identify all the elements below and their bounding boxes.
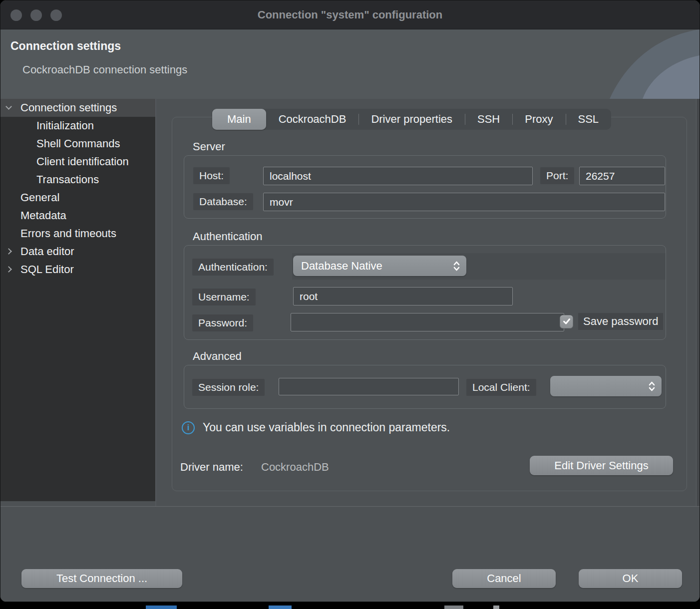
decorative-corner-art [595, 29, 700, 99]
tree-item-label: Initialization [36, 117, 94, 135]
host-input[interactable] [263, 167, 533, 185]
cancel-button[interactable]: Cancel [452, 569, 556, 588]
tree-item[interactable]: Errors and timeouts [0, 225, 155, 243]
info-row: i You can use variables in connection pa… [182, 421, 450, 434]
dialog-footer: Test Connection ... Cancel OK [0, 506, 700, 602]
test-connection-button[interactable]: Test Connection ... [21, 569, 182, 588]
session-role-input[interactable] [279, 378, 459, 395]
password-input[interactable] [291, 313, 564, 331]
tree-item-label: Data editor [20, 243, 74, 261]
tree-item[interactable]: Initialization [0, 117, 155, 135]
tree-item-label: SQL Editor [20, 261, 74, 279]
driver-name-value: CockroachDB [261, 461, 329, 474]
dock-sliver [269, 606, 292, 609]
authentication-dropdown-value: Database Native [301, 260, 382, 273]
tab-label: SSH [477, 113, 500, 126]
tab[interactable]: Driver properties [358, 109, 465, 130]
tree-chevron-icon[interactable] [5, 103, 12, 110]
local-client-dropdown[interactable] [550, 376, 662, 396]
tree-item[interactable]: General [0, 189, 155, 207]
tree-item-label: Connection settings [20, 99, 117, 117]
tree-item-label: General [20, 189, 59, 207]
port-label: Port: [540, 167, 574, 184]
connection-configuration-dialog: Connection "system" configuration Connec… [0, 0, 700, 602]
tree-item[interactable]: Data editor [0, 243, 155, 261]
server-group: Host: Port: Database: [184, 155, 666, 219]
password-label: Password: [192, 314, 253, 331]
connection-tabs: Main CockroachDB Driver properties SSH P… [212, 109, 611, 130]
database-input[interactable] [263, 193, 665, 211]
advanced-group-title: Advanced [193, 350, 242, 363]
tab[interactable]: Main [212, 109, 266, 130]
edit-driver-settings-button[interactable]: Edit Driver Settings [530, 456, 673, 475]
tree-item[interactable]: Shell Commands [0, 135, 155, 153]
check-icon [563, 318, 571, 325]
page-subtitle: CockroachDB connection settings [22, 63, 187, 76]
tree-item[interactable]: Transactions [0, 171, 155, 189]
session-role-label: Session role: [192, 379, 265, 396]
ok-button[interactable]: OK [579, 569, 682, 588]
tab-label: CockroachDB [279, 113, 347, 126]
local-client-label: Local Client: [466, 379, 536, 396]
database-label: Database: [193, 193, 253, 210]
updown-chevron-icon [648, 380, 656, 392]
tab[interactable]: CockroachDB [266, 109, 359, 130]
tab[interactable]: SSL [566, 109, 612, 130]
dock-sliver [444, 606, 463, 609]
server-group-title: Server [193, 140, 225, 153]
settings-tree: Connection settings Initialization Shell… [0, 99, 155, 501]
info-text: You can use variables in connection para… [203, 421, 450, 434]
username-label: Username: [192, 289, 256, 305]
tree-item-label: Shell Commands [36, 135, 120, 153]
page-title: Connection settings [10, 39, 121, 53]
window-title: Connection "system" configuration [0, 0, 700, 29]
tab-label: Main [227, 113, 251, 126]
authentication-group: Authentication: Database Native Username… [184, 245, 666, 340]
save-password-row: Save password [560, 313, 666, 330]
dock-sliver [493, 606, 499, 609]
port-input[interactable] [579, 167, 665, 185]
host-label: Host: [193, 167, 230, 184]
tree-item-label: Client identification [36, 153, 129, 171]
dialog-header: Connection settings CockroachDB connecti… [0, 29, 700, 99]
authentication-dropdown[interactable]: Database Native [293, 256, 466, 276]
content-edge [696, 99, 700, 506]
updown-chevron-icon [453, 260, 460, 272]
title-bar[interactable]: Connection "system" configuration [0, 0, 700, 29]
tab[interactable]: Proxy [512, 109, 565, 130]
tree-item-label: Transactions [36, 171, 99, 189]
info-icon: i [182, 421, 195, 434]
advanced-group: Session role: Local Client: [184, 365, 666, 409]
tab[interactable]: SSH [465, 109, 512, 130]
tree-item[interactable]: Client identification [0, 153, 155, 171]
tree-item-label: Errors and timeouts [20, 225, 116, 243]
tab-label: Driver properties [371, 113, 452, 126]
dialog-body: Connection settings Initialization Shell… [0, 99, 700, 506]
dock-sliver [146, 606, 177, 609]
authentication-group-title: Authentication [193, 230, 262, 243]
tree-item-label: Metadata [20, 207, 66, 225]
authentication-label: Authentication: [192, 259, 274, 276]
tree-chevron-icon[interactable] [5, 248, 12, 255]
tree-chevron-icon[interactable] [5, 266, 12, 273]
driver-name-label: Driver name: [180, 461, 243, 474]
tab-label: SSL [578, 113, 599, 126]
tab-label: Proxy [525, 113, 553, 126]
screen: Connection "system" configuration Connec… [0, 0, 700, 609]
tree-item[interactable]: Metadata [0, 207, 155, 225]
username-input[interactable] [293, 287, 513, 305]
save-password-label: Save password [578, 313, 663, 330]
settings-content: Main CockroachDB Driver properties SSH P… [155, 99, 700, 506]
save-password-checkbox[interactable] [560, 315, 573, 328]
tree-item[interactable]: Connection settings [0, 99, 155, 117]
tree-item[interactable]: SQL Editor [0, 261, 155, 279]
